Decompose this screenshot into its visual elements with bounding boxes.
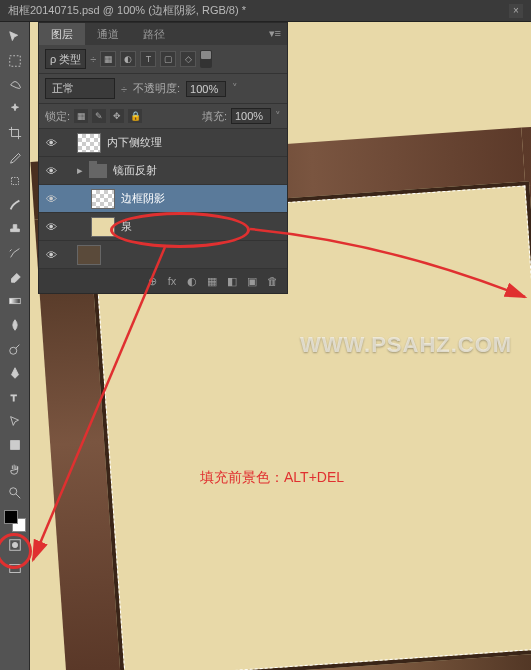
visibility-icon[interactable]: 👁	[39, 137, 63, 149]
trash-icon[interactable]: 🗑	[263, 273, 281, 289]
zoom-tool-icon[interactable]	[4, 482, 26, 504]
history-brush-icon[interactable]	[4, 242, 26, 264]
layer-row[interactable]: 👁 泉	[39, 213, 287, 241]
visibility-icon[interactable]: 👁	[39, 193, 63, 205]
adjustment-icon[interactable]: ▦	[203, 273, 221, 289]
tab-paths[interactable]: 路径	[131, 23, 177, 45]
svg-point-6	[9, 488, 16, 495]
svg-point-3	[9, 347, 16, 354]
layer-name: 边框阴影	[121, 191, 165, 206]
lock-transparent-icon[interactable]: ▦	[74, 109, 88, 123]
hand-tool-icon[interactable]	[4, 458, 26, 480]
watermark-text: WWW.PSAHZ.COM	[300, 332, 512, 358]
color-swatch[interactable]	[4, 510, 26, 532]
filter-smart-icon[interactable]: ◇	[180, 51, 196, 67]
path-select-icon[interactable]	[4, 410, 26, 432]
crop-tool-icon[interactable]	[4, 122, 26, 144]
svg-rect-1	[11, 178, 18, 185]
layer-row[interactable]: 👁 ▸ 镜面反射	[39, 157, 287, 185]
screenmode-icon[interactable]	[4, 558, 26, 580]
layers-panel: 图层 通道 路径 ▾≡ ρ 类型 ÷ ▦ ◐ T ▢ ◇ 正常 ÷ 不透明度: …	[38, 22, 288, 294]
type-tool-icon[interactable]: T	[4, 386, 26, 408]
fill-label: 填充:	[202, 109, 227, 124]
visibility-icon[interactable]: 👁	[39, 249, 63, 261]
filter-shape-icon[interactable]: ▢	[160, 51, 176, 67]
title-bar: 相框20140715.psd @ 100% (边框阴影, RGB/8) * ×	[0, 0, 531, 22]
filter-kind-select[interactable]: ρ 类型	[45, 49, 86, 69]
fill-input[interactable]: 100%	[231, 108, 271, 124]
link-layers-icon[interactable]: ⊕	[143, 273, 161, 289]
svg-point-8	[12, 542, 17, 547]
panel-menu-icon[interactable]: ▾≡	[263, 23, 287, 45]
filter-pixel-icon[interactable]: ▦	[100, 51, 116, 67]
lock-label: 锁定:	[45, 109, 70, 124]
lock-all-icon[interactable]: 🔒	[128, 109, 142, 123]
layer-filter-row: ρ 类型 ÷ ▦ ◐ T ▢ ◇	[39, 45, 287, 74]
brush-tool-icon[interactable]	[4, 194, 26, 216]
close-button[interactable]: ×	[509, 4, 523, 18]
filter-toggle[interactable]	[200, 50, 212, 68]
shape-tool-icon[interactable]	[4, 434, 26, 456]
blend-mode-select[interactable]: 正常	[45, 78, 115, 99]
foreground-color[interactable]	[4, 510, 18, 524]
new-layer-icon[interactable]: ▣	[243, 273, 261, 289]
filter-type-icon[interactable]: T	[140, 51, 156, 67]
layer-row[interactable]: 👁	[39, 241, 287, 269]
svg-rect-0	[9, 56, 20, 67]
panel-footer: ⊕ fx ◐ ▦ ◧ ▣ 🗑	[39, 269, 287, 293]
group-icon[interactable]: ◧	[223, 273, 241, 289]
layer-thumb	[77, 245, 101, 265]
layer-name: 泉	[121, 219, 132, 234]
layer-row[interactable]: 👁 边框阴影	[39, 185, 287, 213]
blur-tool-icon[interactable]	[4, 314, 26, 336]
tab-channels[interactable]: 通道	[85, 23, 131, 45]
collapse-icon[interactable]: ▸	[77, 164, 87, 177]
patch-tool-icon[interactable]	[4, 170, 26, 192]
folder-icon	[89, 164, 107, 178]
layer-name: 内下侧纹理	[107, 135, 162, 150]
svg-rect-9	[9, 565, 20, 573]
wand-tool-icon[interactable]	[4, 98, 26, 120]
layers-list: 👁 内下侧纹理 👁 ▸ 镜面反射 👁 边框阴影	[39, 129, 287, 269]
tools-toolbar: T	[0, 22, 30, 670]
lasso-tool-icon[interactable]	[4, 74, 26, 96]
svg-text:T: T	[10, 392, 16, 403]
layer-name: 镜面反射	[113, 163, 157, 178]
move-tool-icon[interactable]	[4, 26, 26, 48]
lock-position-icon[interactable]: ✥	[110, 109, 124, 123]
eraser-tool-icon[interactable]	[4, 266, 26, 288]
layer-thumb	[77, 133, 101, 153]
filter-adjust-icon[interactable]: ◐	[120, 51, 136, 67]
layer-thumb	[91, 189, 115, 209]
visibility-icon[interactable]: 👁	[39, 165, 63, 177]
opacity-input[interactable]: 100%	[186, 81, 226, 97]
svg-rect-5	[10, 441, 19, 450]
layer-thumb	[91, 217, 115, 237]
visibility-icon[interactable]: 👁	[39, 221, 63, 233]
stamp-tool-icon[interactable]	[4, 218, 26, 240]
lock-pixels-icon[interactable]: ✎	[92, 109, 106, 123]
annotation-text: 填充前景色：ALT+DEL	[200, 469, 344, 487]
eyedropper-tool-icon[interactable]	[4, 146, 26, 168]
quickmask-icon[interactable]	[4, 534, 26, 556]
blend-row: 正常 ÷ 不透明度: 100% ˅	[39, 74, 287, 104]
svg-rect-2	[9, 298, 20, 303]
document-title: 相框20140715.psd @ 100% (边框阴影, RGB/8) *	[8, 3, 246, 18]
fx-icon[interactable]: fx	[163, 273, 181, 289]
dodge-tool-icon[interactable]	[4, 338, 26, 360]
pen-tool-icon[interactable]	[4, 362, 26, 384]
tab-layers[interactable]: 图层	[39, 23, 85, 45]
layer-row[interactable]: 👁 内下侧纹理	[39, 129, 287, 157]
panel-tabs: 图层 通道 路径 ▾≡	[39, 23, 287, 45]
lock-row: 锁定: ▦ ✎ ✥ 🔒 填充: 100% ˅	[39, 104, 287, 129]
gradient-tool-icon[interactable]	[4, 290, 26, 312]
marquee-tool-icon[interactable]	[4, 50, 26, 72]
mask-icon[interactable]: ◐	[183, 273, 201, 289]
opacity-label: 不透明度:	[133, 81, 180, 96]
